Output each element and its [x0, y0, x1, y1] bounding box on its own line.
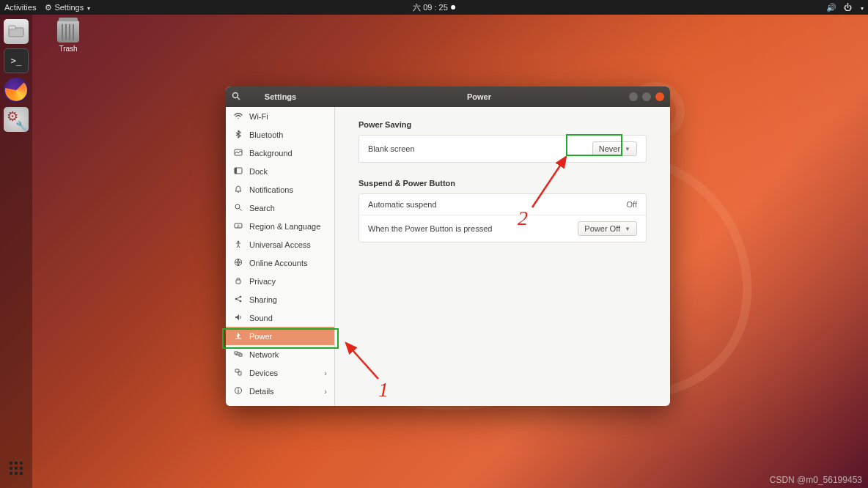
svg-rect-21 — [239, 354, 242, 356]
trash-desktop-icon[interactable]: Trash — [50, 21, 87, 53]
online-icon — [233, 258, 243, 268]
sidebar-item-label: Details — [249, 387, 274, 396]
window-title: Power — [335, 92, 623, 101]
share-icon — [233, 295, 243, 305]
net-icon — [233, 350, 243, 360]
svg-line-5 — [238, 97, 240, 100]
svg-rect-20 — [235, 352, 238, 354]
close-button[interactable] — [655, 92, 664, 101]
power-button-dropdown[interactable]: Power Off ▼ — [578, 221, 637, 236]
sidebar-title: Settings — [246, 92, 335, 101]
suspend-card: Automatic suspend Off When the Power But… — [358, 193, 647, 243]
watermark: CSDN @m0_56199453 — [770, 475, 862, 485]
sidebar-item-background[interactable]: Background — [226, 144, 334, 162]
power-saving-heading: Power Saving — [358, 120, 647, 129]
priv-icon — [233, 276, 243, 286]
system-menu-chevron-icon[interactable] — [859, 3, 864, 12]
blank-screen-label: Blank screen — [368, 144, 592, 153]
show-applications-button[interactable] — [4, 456, 29, 481]
sidebar-item-label: Wi-Fi — [249, 112, 268, 121]
maximize-button[interactable] — [642, 92, 651, 101]
sidebar-item-label: Dock — [249, 167, 268, 176]
blank-screen-value: Never — [599, 144, 620, 153]
wifi-icon — [233, 111, 243, 122]
region-icon: あ — [233, 221, 243, 232]
automatic-suspend-value: Off — [627, 200, 637, 209]
sidebar-item-region-language[interactable]: あRegion & Language — [226, 217, 334, 235]
app-menu[interactable]: ⚙ Settings — [45, 3, 90, 12]
clock-text: 六 09 : 25 — [413, 2, 448, 13]
sidebar-item-label: Background — [249, 149, 293, 158]
power-icon — [233, 331, 243, 341]
activities-button[interactable]: Activities — [4, 3, 36, 12]
trash-icon — [57, 21, 79, 42]
svg-rect-26 — [238, 390, 238, 393]
blank-screen-row[interactable]: Blank screen Never ▼ — [359, 136, 646, 162]
sidebar-item-label: Search — [249, 204, 275, 212]
tweaks-launcher-icon[interactable] — [4, 107, 29, 132]
sidebar-item-search[interactable]: Search — [226, 199, 334, 217]
sidebar-item-devices[interactable]: Devices› — [226, 363, 334, 382]
chevron-down-icon — [86, 3, 90, 12]
bg-icon — [233, 148, 243, 158]
sidebar-item-network[interactable]: Network — [226, 345, 334, 363]
sidebar-item-privacy[interactable]: Privacy — [226, 272, 334, 290]
settings-sidebar: Wi-FiBluetoothBackgroundDockNotification… — [226, 107, 335, 406]
files-launcher-icon[interactable] — [4, 19, 29, 44]
svg-line-10 — [239, 208, 241, 210]
sidebar-item-bluetooth[interactable]: Bluetooth — [226, 125, 334, 144]
det-icon — [233, 386, 243, 396]
settings-content: Power Saving Blank screen Never ▼ Suspen… — [335, 107, 670, 406]
svg-point-13 — [237, 240, 239, 243]
volume-icon[interactable]: 🔊 — [826, 3, 836, 12]
svg-text:あ: あ — [236, 223, 240, 228]
sidebar-item-details[interactable]: Details› — [226, 382, 334, 400]
sidebar-item-online-accounts[interactable]: Online Accounts — [226, 254, 334, 272]
power-button-label: When the Power Button is pressed — [368, 224, 578, 233]
sidebar-item-label: Sound — [249, 314, 273, 322]
dev-icon — [233, 368, 243, 378]
svg-point-4 — [233, 92, 238, 97]
svg-rect-15 — [236, 280, 240, 284]
sidebar-item-label: Region & Language — [249, 222, 320, 231]
chevron-right-icon: › — [324, 387, 327, 396]
chevron-down-icon: ▼ — [625, 226, 630, 232]
sidebar-item-wi-fi[interactable]: Wi-Fi — [226, 107, 334, 125]
search-icon[interactable] — [226, 92, 246, 103]
power-icon[interactable]: ⏻ — [844, 3, 852, 12]
sidebar-item-sharing[interactable]: Sharing — [226, 290, 334, 308]
terminal-launcher-icon[interactable]: >_ — [4, 48, 29, 73]
settings-app-icon: ⚙ — [45, 3, 52, 12]
svg-rect-8 — [235, 168, 237, 174]
bt-icon — [233, 130, 243, 140]
power-button-row[interactable]: When the Power Button is pressed Power O… — [359, 215, 646, 242]
power-button-value: Power Off — [584, 224, 620, 233]
sidebar-item-label: Privacy — [249, 277, 276, 286]
sidebar-item-label: Devices — [249, 369, 278, 377]
minimize-button[interactable] — [629, 92, 638, 101]
sidebar-item-notifications[interactable]: Notifications — [226, 180, 334, 199]
gnome-topbar: Activities ⚙ Settings 六 09 : 25 🔊 ⏻ — [0, 0, 868, 15]
sidebar-item-universal-access[interactable]: Universal Access — [226, 235, 334, 254]
clock[interactable]: 六 09 : 25 — [413, 2, 455, 13]
automatic-suspend-label: Automatic suspend — [368, 200, 627, 209]
sidebar-item-dock[interactable]: Dock — [226, 162, 334, 180]
blank-screen-dropdown[interactable]: Never ▼ — [592, 141, 637, 156]
suspend-heading: Suspend & Power Button — [358, 179, 647, 188]
app-menu-label: Settings — [54, 3, 84, 12]
sidebar-item-label: Network — [249, 350, 279, 359]
svg-point-9 — [235, 204, 240, 209]
firefox-launcher-icon[interactable] — [4, 78, 29, 103]
sidebar-item-label: Sharing — [249, 295, 277, 304]
search-icon — [233, 203, 243, 213]
sidebar-item-power[interactable]: Power — [226, 327, 334, 345]
automatic-suspend-row[interactable]: Automatic suspend Off — [359, 194, 646, 215]
titlebar[interactable]: Settings Power — [226, 86, 670, 107]
sidebar-item-label: Power — [249, 332, 272, 341]
settings-window: Settings Power Wi-FiBluetoothBackgroundD… — [226, 86, 670, 406]
svg-rect-3 — [9, 26, 15, 29]
sidebar-item-sound[interactable]: Sound — [226, 308, 334, 327]
svg-rect-19 — [235, 338, 241, 339]
sound-icon — [233, 313, 243, 323]
svg-rect-25 — [238, 388, 238, 389]
